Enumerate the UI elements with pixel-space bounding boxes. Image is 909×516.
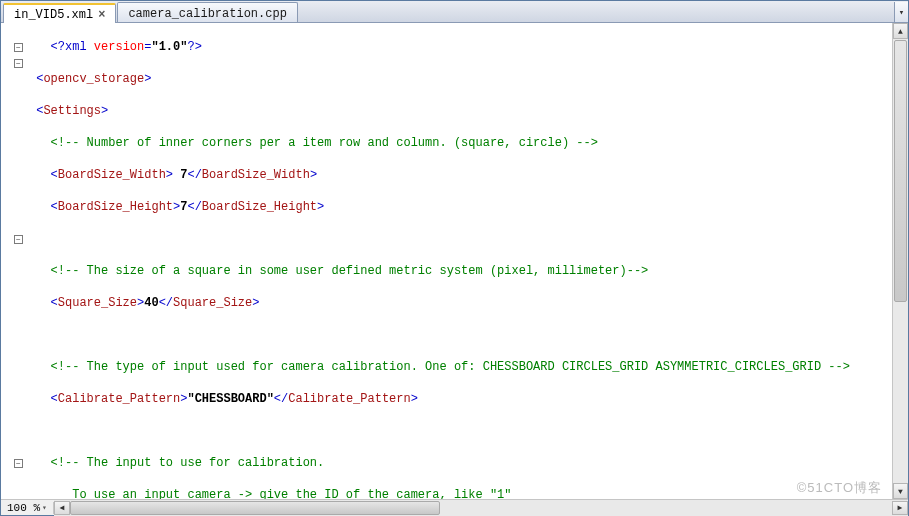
fold-toggle[interactable]: − — [14, 59, 23, 68]
tab-bar: in_VID5.xml × camera_calibration.cpp ▾ — [1, 1, 908, 23]
fold-toggle[interactable]: − — [14, 43, 23, 52]
editor-body: − − − − <?xml version="1.0"?> <opencv_st… — [1, 23, 908, 499]
tab-camera-calibration-cpp[interactable]: camera_calibration.cpp — [117, 2, 297, 22]
fold-toggle[interactable]: − — [14, 235, 23, 244]
tab-in-vid5-xml[interactable]: in_VID5.xml × — [3, 3, 116, 23]
zoom-value: 100 % — [7, 502, 40, 514]
tab-label: in_VID5.xml — [14, 8, 93, 22]
chevron-down-icon: ▼ — [898, 487, 903, 496]
scroll-track[interactable] — [70, 501, 892, 515]
fold-gutter: − − − − — [1, 23, 25, 499]
chevron-right-icon: ▶ — [898, 503, 903, 512]
scroll-left-button[interactable]: ◀ — [54, 501, 70, 515]
tab-label: camera_calibration.cpp — [128, 7, 286, 21]
zoom-indicator[interactable]: 100 % ▾ — [1, 502, 54, 514]
chevron-down-icon: ▾ — [899, 7, 904, 18]
scroll-up-button[interactable]: ▲ — [893, 23, 908, 39]
scroll-thumb[interactable] — [894, 40, 907, 302]
horizontal-scrollbar[interactable]: ◀ ▶ — [54, 500, 908, 516]
code-editor[interactable]: <?xml version="1.0"?> <opencv_storage> <… — [25, 23, 892, 499]
chevron-up-icon: ▲ — [898, 27, 903, 36]
chevron-left-icon: ◀ — [59, 503, 64, 512]
tab-overflow-button[interactable]: ▾ — [894, 2, 908, 22]
scroll-thumb[interactable] — [70, 501, 440, 515]
chevron-down-icon: ▾ — [42, 503, 47, 512]
status-bar: 100 % ▾ ◀ ▶ — [1, 499, 908, 515]
scroll-right-button[interactable]: ▶ — [892, 501, 908, 515]
scroll-down-button[interactable]: ▼ — [893, 483, 908, 499]
editor-window: in_VID5.xml × camera_calibration.cpp ▾ −… — [0, 0, 909, 516]
close-icon[interactable]: × — [98, 8, 105, 22]
vertical-scrollbar[interactable]: ▲ ▼ — [892, 23, 908, 499]
code-content: <?xml version="1.0"?> <opencv_storage> <… — [25, 23, 892, 499]
fold-toggle[interactable]: − — [14, 459, 23, 468]
